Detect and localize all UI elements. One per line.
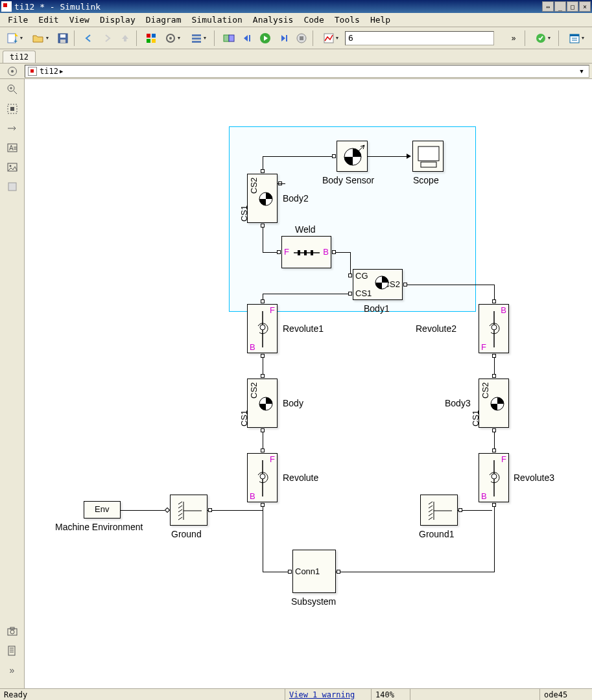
svg-point-56: [491, 474, 497, 479]
svg-point-52: [260, 325, 265, 330]
update-diagram-button[interactable]: [220, 30, 237, 47]
menu-analysis[interactable]: Analysis: [248, 14, 299, 26]
label-revolute2: Revolute2: [416, 323, 456, 334]
menu-help[interactable]: Help: [365, 14, 396, 26]
block-revolute[interactable]: F B: [247, 453, 278, 502]
simulation-data-inspector-button[interactable]: ▼: [319, 30, 344, 47]
maximize-button[interactable]: □: [567, 1, 578, 12]
forward-button[interactable]: [99, 30, 115, 47]
menu-file[interactable]: File: [3, 14, 33, 26]
status-ready: Ready: [0, 689, 285, 700]
block-body1[interactable]: CG CS1 CS2: [353, 269, 403, 300]
block-scope[interactable]: [412, 141, 444, 172]
titlebar: ti12 * - Simulink ⇔ _ □ ×: [0, 0, 592, 13]
svg-rect-11: [192, 34, 201, 36]
port-revolute3-f: F: [501, 454, 506, 464]
block-weld[interactable]: F B: [281, 236, 331, 268]
canvas[interactable]: Env Machine Environment Ground Ground1 F…: [25, 79, 592, 688]
run-button[interactable]: [257, 30, 274, 47]
block-ground[interactable]: [170, 495, 207, 526]
block-body2[interactable]: CS1 CS2: [247, 174, 278, 223]
model-config-button[interactable]: ▼: [161, 30, 185, 47]
model-explorer-button[interactable]: ▼: [187, 30, 211, 47]
svg-point-50: [260, 474, 265, 479]
block-body-sensor[interactable]: [337, 141, 368, 172]
status-solver: ode45: [540, 689, 592, 700]
label-ground1: Ground1: [419, 529, 454, 539]
library-browser-button[interactable]: [143, 30, 160, 47]
port-revolute-f: F: [270, 454, 275, 464]
menu-display[interactable]: Display: [95, 14, 141, 26]
svg-rect-62: [304, 250, 307, 255]
svg-rect-41: [8, 646, 15, 655]
svg-rect-12: [192, 38, 201, 40]
window-buttons: ⇔ _ □ ×: [542, 1, 591, 12]
step-back-button[interactable]: [239, 30, 255, 47]
label-revolute: Revolute: [283, 472, 318, 483]
menu-edit[interactable]: Edit: [33, 14, 64, 26]
main-area: A≡ » Env Machine Environment Ground Grou…: [0, 79, 592, 688]
svg-rect-6: [152, 34, 156, 38]
diagnostics-button[interactable]: ▼: [531, 30, 556, 47]
breadcrumb-root[interactable]: ti12: [40, 67, 58, 76]
block-body[interactable]: CS1 CS2: [247, 379, 278, 428]
toggle-perspective-icon[interactable]: [6, 122, 19, 135]
label-machine-environment: Machine Environment: [55, 522, 143, 532]
model-properties-icon[interactable]: [6, 644, 19, 657]
stop-button[interactable]: [293, 30, 310, 47]
block-revolute3[interactable]: F B: [479, 453, 509, 502]
label-scope: Scope: [413, 175, 439, 185]
screenshot-icon[interactable]: [6, 625, 19, 638]
block-ground1[interactable]: [420, 495, 458, 526]
breadcrumb-dropdown[interactable]: ▼: [577, 68, 586, 75]
menubar: File Edit View Display Diagram Simulatio…: [0, 13, 592, 27]
svg-rect-4: [60, 40, 65, 43]
block-revolute2[interactable]: B F: [479, 304, 509, 353]
block-body3[interactable]: CS1 CS2: [479, 379, 509, 428]
svg-line-28: [14, 91, 17, 94]
fit-to-view-icon[interactable]: [6, 102, 19, 115]
block-subsystem[interactable]: Conn1: [292, 550, 336, 593]
menu-code[interactable]: Code: [298, 14, 329, 26]
open-button[interactable]: ▼: [29, 30, 53, 47]
block-machine-environment[interactable]: Env: [84, 501, 121, 519]
port-revolute1-f: F: [270, 305, 275, 315]
model-tab[interactable]: ti12: [3, 51, 36, 63]
svg-rect-32: [10, 107, 14, 111]
block-revolute1[interactable]: F B: [247, 304, 278, 353]
svg-text:+: +: [14, 38, 18, 44]
image-icon[interactable]: [6, 161, 19, 174]
save-button[interactable]: [54, 30, 71, 47]
close-button[interactable]: ×: [579, 1, 591, 12]
minimize-button[interactable]: _: [554, 1, 566, 12]
annotation-icon[interactable]: A≡: [6, 141, 19, 154]
menu-diagram[interactable]: Diagram: [141, 14, 187, 26]
zoom-in-icon[interactable]: [6, 83, 19, 96]
expand-palette-icon[interactable]: »: [6, 664, 19, 677]
svg-rect-24: [570, 34, 579, 36]
area-icon[interactable]: [6, 180, 19, 193]
back-button[interactable]: [80, 30, 97, 47]
label-body2: Body2: [283, 193, 309, 204]
breadcrumb[interactable]: ti12 ▶ ▼: [25, 65, 589, 78]
port-revolute1-b: B: [250, 342, 255, 352]
app-icon: [1, 1, 12, 12]
port-subsystem-conn1: Conn1: [295, 566, 320, 576]
up-button[interactable]: [117, 30, 134, 47]
simulation-stop-time-input[interactable]: [345, 31, 494, 45]
label-revolute3: Revolute3: [514, 472, 554, 483]
step-forward-button[interactable]: [275, 30, 292, 47]
label-revolute1: Revolute1: [283, 323, 324, 334]
breadcrumb-row: ti12 ▶ ▼: [0, 64, 592, 79]
schedule-button[interactable]: ▼: [565, 30, 589, 47]
svg-point-36: [9, 165, 11, 167]
status-warning[interactable]: View 1 warning: [285, 689, 372, 700]
menu-simulation[interactable]: Simulation: [187, 14, 248, 26]
breadcrumb-arrow-icon[interactable]: ▶: [60, 68, 63, 75]
dock-button[interactable]: ⇔: [542, 1, 554, 12]
menu-view[interactable]: View: [64, 14, 95, 26]
hide-explorer-button[interactable]: [0, 67, 25, 76]
menu-tools[interactable]: Tools: [329, 14, 365, 26]
new-model-button[interactable]: +▼: [3, 30, 27, 47]
more-toolbar-button[interactable]: »: [505, 30, 522, 47]
